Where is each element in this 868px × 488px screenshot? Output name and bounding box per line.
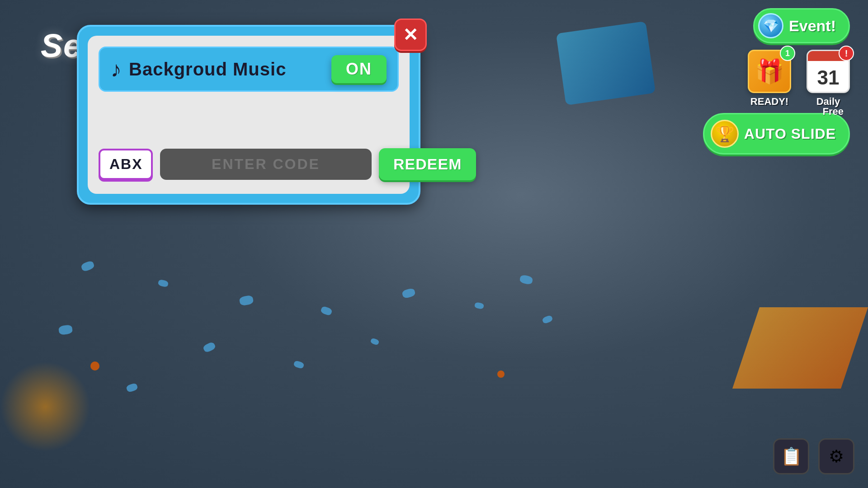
ready-section[interactable]: 🎁 1 READY! [748, 50, 791, 108]
trophy-icon: 🏆 [711, 120, 739, 148]
card-icon-button[interactable]: 📋 [773, 438, 809, 474]
abx-button[interactable]: ABX [99, 149, 153, 180]
gift-icon: 🎁 1 [748, 50, 791, 93]
music-left: ♪ Backgroud Music [111, 57, 286, 82]
auto-slide-label: AUTO SLIDE [744, 126, 836, 142]
free-label: Free [823, 106, 844, 117]
music-icon: ♪ [111, 57, 122, 82]
auto-slide-wrapper: Free 🏆 AUTO SLIDE [703, 113, 850, 155]
settings-dialog: ✕ ♪ Backgroud Music ON ABX REDEEM [77, 25, 420, 205]
music-row: ♪ Backgroud Music ON [99, 47, 399, 92]
empty-settings-area [99, 101, 399, 139]
music-toggle-button[interactable]: ON [331, 55, 387, 83]
event-button-label: Event! [789, 17, 836, 35]
code-row: ABX REDEEM [99, 148, 399, 180]
dialog-inner: ♪ Backgroud Music ON ABX REDEEM [88, 36, 410, 194]
calendar-icon: 31 ! [807, 50, 850, 93]
daily-badge: ! [839, 46, 854, 61]
ready-label: READY! [750, 96, 788, 108]
calendar-number: 31 [817, 66, 840, 89]
daily-section[interactable]: 31 ! Daily [807, 50, 850, 108]
auto-slide-button[interactable]: 🏆 AUTO SLIDE [703, 113, 850, 155]
bottom-right-icons: 📋 ⚙ [773, 438, 854, 474]
music-label: Backgroud Music [129, 59, 286, 80]
gift-badge: 1 [780, 46, 795, 61]
gear-icon-button[interactable]: ⚙ [818, 438, 854, 474]
close-button[interactable]: ✕ [394, 19, 427, 51]
redeem-button[interactable]: REDEEM [379, 148, 476, 180]
enter-code-input[interactable] [160, 149, 372, 180]
event-button[interactable]: 💎 Event! [753, 8, 850, 43]
event-gem-icon: 💎 [758, 13, 783, 38]
